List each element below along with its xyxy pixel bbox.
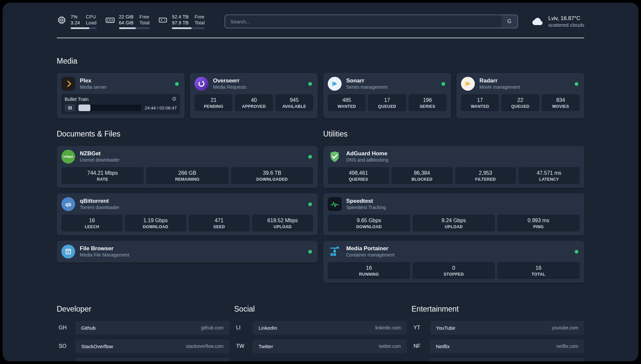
memory-total-value: 64 GiB bbox=[119, 20, 134, 26]
bookmark-row-stackoverflow: SO StackOverflow stackoverflow.com bbox=[57, 339, 229, 353]
bookmark-row-reddit: RE Reddit reddit.com bbox=[412, 358, 584, 361]
bookmark-link-dev[interactable]: DEV dev.to bbox=[75, 358, 229, 361]
bookmark-link-netflix[interactable]: Netflix netflix.com bbox=[430, 339, 584, 353]
bookmark-link-stackoverflow[interactable]: StackOverflow stackoverflow.com bbox=[75, 339, 229, 353]
filebrowser-logo-icon bbox=[61, 245, 75, 258]
section-utilities: Utilities AdGuard Home DNS and adblockin… bbox=[323, 130, 584, 283]
bookmark-link-twitter[interactable]: Twitter twitter.com bbox=[253, 339, 407, 353]
overseerr-logo-icon bbox=[195, 77, 208, 91]
stat-ping: 0.993 ms PING bbox=[497, 215, 580, 231]
stat-running: 16 RUNNING bbox=[328, 262, 410, 279]
stat-rate: 744.21 Mbps RATE bbox=[61, 167, 144, 184]
cpu-progress-fill bbox=[71, 27, 89, 29]
disk-total-value: 97.9 TB bbox=[172, 20, 189, 26]
bookmark-link-reddit[interactable]: Reddit reddit.com bbox=[430, 358, 584, 361]
cpu-load-value: 3.24 bbox=[71, 20, 80, 26]
radarr-logo-icon bbox=[461, 77, 475, 91]
now-playing-title: Bullet Train bbox=[65, 97, 89, 102]
stat-total: 16 TOTAL bbox=[497, 262, 580, 279]
bookmark-group-social: Social LI LinkedIn linkedin.com TW Twitt… bbox=[234, 305, 407, 361]
service-card-sonarr[interactable]: Sonarr Series management 485 WANTED 17 Q… bbox=[323, 73, 451, 118]
service-desc: Media server bbox=[80, 84, 107, 90]
search-input[interactable] bbox=[225, 15, 502, 28]
weather-widget[interactable]: Lviv, 16.87°C scattered clouds bbox=[531, 15, 584, 28]
bookmark-row-twitter: TW Twitter twitter.com bbox=[234, 339, 407, 353]
stat-queries: 498,461 QUERIES bbox=[328, 167, 389, 184]
top-bar: 7% 3.24 CPU Load bbox=[57, 14, 584, 29]
status-dot bbox=[575, 82, 578, 86]
section-title-utilities: Utilities bbox=[323, 130, 584, 138]
weather-condition: scattered clouds bbox=[548, 22, 584, 28]
memory-progress-fill bbox=[119, 27, 136, 29]
stat-filtered: 2,953 FILTERED bbox=[455, 167, 516, 184]
adguard-logo-icon bbox=[328, 150, 342, 164]
bookmark-abbr: LI bbox=[234, 325, 253, 331]
service-card-speedtest[interactable]: Speedtest Speedtest Tracking 9.65 Gbps D… bbox=[323, 193, 584, 235]
bookmark-abbr: NF bbox=[412, 343, 430, 349]
stat-stopped: 0 STOPPED bbox=[412, 262, 495, 279]
service-card-plex[interactable]: Plex Media server Bullet Train ⚙ bbox=[57, 73, 185, 118]
disk-free-label: Free bbox=[195, 14, 205, 20]
service-desc: Series management bbox=[346, 84, 387, 90]
memory-free-label: Free bbox=[139, 14, 150, 20]
service-name: Speedtest bbox=[346, 197, 386, 204]
section-title-developer: Developer bbox=[57, 305, 229, 314]
disk-free-value: 52.4 TB bbox=[172, 14, 189, 20]
stat-latency: 47.571 ms LATENCY bbox=[518, 167, 580, 184]
service-name: Radarr bbox=[479, 77, 520, 84]
service-card-radarr[interactable]: Radarr Movie management 17 WANTED 22 QUE… bbox=[456, 73, 584, 118]
stat-queued: 22 QUEUED bbox=[501, 94, 539, 111]
service-desc: Torrent downloader bbox=[80, 204, 119, 211]
plex-now-playing-widget: Bullet Train ⚙ 24:44 / 02:06:47 bbox=[61, 94, 180, 114]
service-card-overseerr[interactable]: Overseerr Media Requests 21 PENDING 40 A… bbox=[190, 73, 318, 118]
status-dot bbox=[442, 82, 445, 86]
service-name: AdGuard Home bbox=[346, 150, 388, 157]
bookmark-row-linkedin: LI LinkedIn linkedin.com bbox=[234, 321, 407, 335]
pause-button[interactable] bbox=[65, 104, 75, 111]
weather-location: Lviv, 16.87°C bbox=[548, 15, 584, 22]
bookmarks-area: Developer GH Github github.com SO StackO… bbox=[57, 305, 584, 361]
playback-time: 24:44 / 02:06:47 bbox=[144, 106, 177, 110]
search-provider-button[interactable]: G bbox=[502, 15, 517, 28]
service-desc: Container management bbox=[346, 252, 394, 258]
stat-pending: 21 PENDING bbox=[195, 94, 232, 111]
service-name: Sonarr bbox=[346, 77, 387, 84]
bookmark-link-github[interactable]: Github github.com bbox=[75, 321, 229, 335]
seek-bar[interactable] bbox=[78, 105, 141, 111]
section-documents: Documents & Files nzbget NZBGet Usenet d… bbox=[57, 130, 318, 283]
search-bar: G bbox=[225, 15, 518, 28]
section-title-social: Social bbox=[234, 305, 407, 314]
stat-seed: 471 SEED bbox=[189, 215, 250, 231]
stat-approved: 40 APPROVED bbox=[235, 94, 273, 111]
status-dot bbox=[575, 250, 578, 254]
memory-free-value: 22 GiB bbox=[119, 14, 134, 20]
stat-movies: 834 MOVIES bbox=[542, 94, 580, 111]
gear-icon[interactable]: ⚙ bbox=[172, 97, 177, 102]
service-card-adguard[interactable]: AdGuard Home DNS and adblocking 498,461 … bbox=[323, 146, 584, 188]
service-card-qbittorrent[interactable]: qb qBittorrent Torrent downloader 16 LEE… bbox=[57, 193, 318, 235]
bookmark-abbr: GH bbox=[57, 325, 75, 331]
service-desc: Movie management bbox=[479, 84, 520, 90]
service-name: File Browser bbox=[80, 245, 129, 252]
stat-download: 9.65 Gbps DOWNLOAD bbox=[328, 215, 410, 231]
bookmark-link-youtube[interactable]: YouTube youtube.com bbox=[430, 321, 584, 335]
service-name: Plex bbox=[80, 77, 107, 84]
service-card-filebrowser[interactable]: File Browser Media File Management bbox=[57, 241, 318, 262]
service-desc: Media File Management bbox=[80, 252, 129, 258]
service-card-nzbget[interactable]: nzbget NZBGet Usenet downloader 744.21 M… bbox=[57, 146, 318, 188]
disk-metric: 52.4 TB 97.9 TB Free Total bbox=[158, 14, 204, 29]
stat-download: 1.19 Gbps DOWNLOAD bbox=[125, 215, 186, 231]
bookmark-link-linkedin[interactable]: LinkedIn linkedin.com bbox=[253, 321, 407, 335]
portainer-logo-icon bbox=[328, 245, 342, 258]
memory-metric: 22 GiB 64 GiB Free Total bbox=[105, 14, 150, 29]
service-name: qBittorrent bbox=[80, 197, 119, 204]
cpu-label: CPU bbox=[86, 14, 96, 20]
section-title-media: Media bbox=[57, 57, 584, 66]
stat-wanted: 485 WANTED bbox=[328, 94, 366, 111]
bookmark-abbr: SO bbox=[57, 343, 75, 349]
status-dot bbox=[308, 155, 312, 159]
service-card-portainer[interactable]: Media Portainer Container management 16 … bbox=[323, 241, 584, 283]
stat-downloaded: 39.6 TB DOWNLOADED bbox=[231, 167, 313, 184]
cloud-icon bbox=[531, 16, 544, 26]
status-dot bbox=[308, 250, 312, 254]
